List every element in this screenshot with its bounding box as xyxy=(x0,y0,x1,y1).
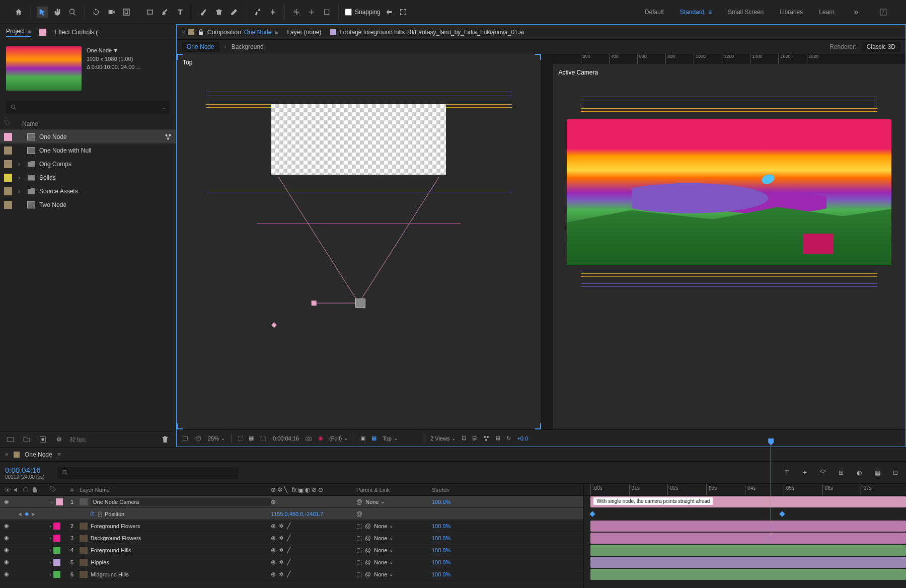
parent-dropdown[interactable]: None xyxy=(374,571,393,577)
reset-exposure-icon[interactable]: ↻ xyxy=(506,435,511,442)
toggle-transparency-icon[interactable]: ▦ xyxy=(249,435,254,442)
tab-composition[interactable]: × Composition One Node ≡ xyxy=(182,29,278,36)
name-column-header[interactable]: Name xyxy=(22,120,38,127)
video-eye-icon[interactable] xyxy=(4,486,11,493)
3d-view-dropdown[interactable]: Top xyxy=(383,435,418,442)
hide-shy-icon[interactable] xyxy=(817,467,828,478)
puppet-pin-tool-icon[interactable] xyxy=(267,7,278,18)
property-row[interactable]: ◄◆► ⏱ ⍁ Position 1155.0,480.0,-2401.7 @ xyxy=(0,508,583,520)
comp-thumbnail[interactable] xyxy=(6,46,82,91)
stopwatch-icon[interactable]: ⏱ xyxy=(90,511,95,517)
breadcrumb-item[interactable]: One Node xyxy=(182,42,219,52)
workspace-standard[interactable]: Standard ≡ xyxy=(680,9,712,16)
keyframe[interactable] xyxy=(589,511,595,517)
stretch-value[interactable]: 100.0% xyxy=(432,571,482,577)
camera-tool-icon[interactable] xyxy=(106,7,117,18)
new-comp-icon[interactable] xyxy=(37,434,48,445)
workspace-learn[interactable]: Learn xyxy=(819,9,835,16)
zoom-dropdown[interactable]: 25% xyxy=(208,435,225,442)
timeline-search-input[interactable] xyxy=(57,467,239,479)
tab-footage[interactable]: Footage foreground hills 20/Fantasy_land… xyxy=(330,29,524,36)
parent-dropdown[interactable]: None xyxy=(374,547,393,553)
tab-effect-controls[interactable]: Effect Controls ( xyxy=(54,29,98,36)
layer-row[interactable]: ◉ › 6 Midground Hills ⊕✲╱ ⬚ @ None 100.0… xyxy=(0,568,583,580)
axis-view-icon[interactable] xyxy=(321,7,332,18)
home-icon[interactable] xyxy=(13,7,24,18)
cube-3d-icon[interactable]: ⬚ xyxy=(356,571,362,578)
axis-world-icon[interactable] xyxy=(306,7,317,18)
solo-icon[interactable] xyxy=(22,486,29,493)
layer-row[interactable]: ◉ › 2 Foreground Flowers ⊕✲╱ ⬚ @ None 10… xyxy=(0,520,583,532)
stretch-value[interactable]: 100.0% xyxy=(432,559,482,565)
hand-tool-icon[interactable] xyxy=(52,7,63,18)
snapping-checkbox[interactable] xyxy=(345,9,352,16)
label-column-icon[interactable] xyxy=(49,486,56,493)
audio-icon[interactable] xyxy=(13,486,20,493)
roto-brush-tool-icon[interactable] xyxy=(252,7,263,18)
timecode-display[interactable]: 0:00:04:16 xyxy=(5,466,44,474)
zoom-tool-icon[interactable] xyxy=(67,7,78,18)
workspace-default[interactable]: Default xyxy=(645,9,664,16)
new-folder-icon[interactable] xyxy=(21,434,32,445)
pickwhip-icon[interactable]: @ xyxy=(365,535,371,542)
project-item[interactable]: Two Node xyxy=(0,198,176,211)
cube-3d-icon[interactable]: ⬚ xyxy=(356,523,362,530)
visibility-toggle[interactable]: ◉ xyxy=(4,523,9,529)
snap-face-icon[interactable] xyxy=(384,7,395,18)
stretch-value[interactable]: 100.0% xyxy=(432,499,482,505)
stretch-value[interactable]: 100.0% xyxy=(432,523,482,529)
number-column-header[interactable]: # xyxy=(64,487,80,493)
timeline-tab[interactable]: One Node xyxy=(25,451,52,458)
visibility-toggle[interactable]: ◉ xyxy=(4,571,9,577)
brain-icon[interactable]: ⊡ xyxy=(890,467,901,478)
pickwhip-icon[interactable]: @ xyxy=(365,523,371,530)
fast-previews-icon[interactable]: ⬚ xyxy=(238,435,243,442)
visibility-toggle[interactable]: ◉ xyxy=(4,535,9,541)
selection-tool-icon[interactable] xyxy=(37,7,48,18)
pixel-aspect-icon[interactable]: ⊡ xyxy=(462,435,466,442)
lock-column-icon[interactable] xyxy=(31,486,38,493)
camera-gizmo[interactable] xyxy=(355,299,365,308)
draft-3d-toggle-icon[interactable]: ✦ xyxy=(799,467,810,478)
pickwhip-icon[interactable]: @ xyxy=(365,571,371,578)
eraser-tool-icon[interactable] xyxy=(229,7,240,18)
visibility-toggle[interactable]: ◉ xyxy=(4,559,9,565)
pickwhip-icon[interactable]: @ xyxy=(365,559,371,566)
resolution-dropdown[interactable]: (Full) xyxy=(329,435,348,442)
viewport-active-camera[interactable]: 200 400 600 800 1000 1200 1400 1600 1800 xyxy=(542,54,906,429)
cube-3d-icon[interactable]: ⬚ xyxy=(356,559,362,566)
stretch-value[interactable]: 100.0% xyxy=(432,535,482,541)
breadcrumb-item[interactable]: Background xyxy=(232,43,264,50)
stretch-column-header[interactable]: Stretch xyxy=(432,487,482,493)
current-time-display[interactable]: 0:00:04:16 xyxy=(273,435,299,442)
timeline-icon[interactable] xyxy=(483,435,490,442)
rotate-tool-icon[interactable] xyxy=(91,7,102,18)
layer-row[interactable]: ◉ ⌄ 1 One Node Camera ⊕ @ None 100.0% xyxy=(0,496,583,508)
frame-blend-icon[interactable]: ⊞ xyxy=(836,467,847,478)
cube-3d-icon[interactable]: ⬚ xyxy=(356,535,362,542)
keyframe[interactable] xyxy=(780,511,785,517)
project-item[interactable]: › Orig Comps xyxy=(0,157,176,171)
motion-blur-icon[interactable]: ◐ xyxy=(854,467,865,478)
graph-editor-icon[interactable]: ▦ xyxy=(872,467,883,478)
playhead[interactable] xyxy=(771,439,771,540)
rectangle-tool-icon[interactable] xyxy=(144,7,156,18)
pen-tool-icon[interactable] xyxy=(160,7,171,18)
visibility-toggle[interactable]: ◉ xyxy=(4,498,9,505)
timeline-tracks[interactable]: With single node, the camera points stra… xyxy=(584,496,906,588)
pickwhip-icon[interactable]: @ xyxy=(356,498,362,505)
pan-behind-tool-icon[interactable] xyxy=(121,7,132,18)
comp-mini-flowchart-icon[interactable]: ⊤ xyxy=(781,467,792,478)
parent-dropdown[interactable]: None xyxy=(365,499,385,505)
fast-preview-icon[interactable]: ⊟ xyxy=(472,435,477,442)
layer-row[interactable]: ◉ › 4 Foreground Hills ⊕✲╱ ⬚ @ None 100.… xyxy=(0,544,583,556)
cube-3d-icon[interactable]: ⬚ xyxy=(356,547,362,554)
grid-icon[interactable]: ▣ xyxy=(360,435,365,442)
snap-extents-icon[interactable] xyxy=(398,7,409,18)
pickwhip-icon[interactable]: @ xyxy=(356,510,362,518)
workspace-libraries[interactable]: Libraries xyxy=(780,9,803,16)
graph-icon[interactable]: ⍁ xyxy=(98,510,102,518)
viewport-top[interactable]: Top xyxy=(177,54,542,429)
workspace-overflow-icon[interactable]: » xyxy=(851,7,862,18)
text-tool-icon[interactable] xyxy=(175,7,186,18)
